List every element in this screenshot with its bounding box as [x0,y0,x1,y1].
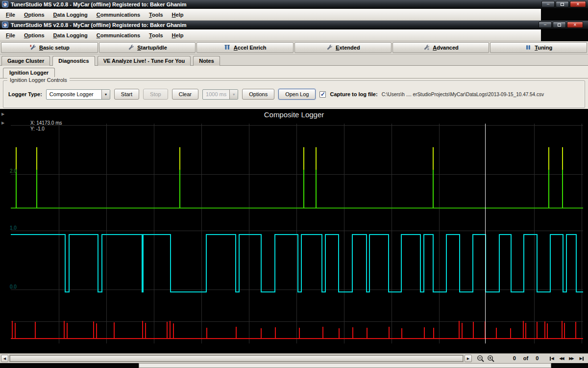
menu-help[interactable]: Help [168,30,188,40]
cursor-readout: X: 14173.0 ms Y: -1.0 [30,120,62,132]
chart-bottom-bar: ◀ ▶ 0 of 0 ◀ ◀◀ [0,353,588,363]
capture-label: Capture to log file: [330,91,377,97]
titlebar-inner: TunerStudio MS v2.0.8 - MyCar (offline) … [0,21,588,29]
playback-controls: ◀ ◀◀ ▶▶ ▶ [547,355,586,362]
app-icon [2,22,8,28]
window-title: TunerStudio MS v2.0.8 - MyCar (offline) … [11,1,187,7]
skip-end-button[interactable]: ▶ [577,355,586,362]
menu-tools[interactable]: Tools [145,30,168,40]
menubar-inner-row: File Options Data Logging Communications… [0,29,588,41]
wrench-icon [127,44,134,51]
basic-setup-button[interactable]: Basic setup [1,42,98,53]
zoom-in-button[interactable] [487,354,495,363]
scroll-up-icon[interactable]: ▶ [1,112,4,116]
accel-enrich-button[interactable]: Accel Enrich [196,42,294,53]
minimize-button[interactable]: – [541,1,555,7]
close-button[interactable]: × [567,22,583,28]
scroll-down-icon[interactable]: ▶ [1,121,4,125]
group-title: Ignition Logger Controls [7,77,70,83]
menu-data-logging[interactable]: Data Logging [49,10,92,20]
wrench-icon [326,44,333,51]
start-button[interactable]: Start [114,89,139,100]
chevron-down-icon[interactable]: ▼ [101,90,110,99]
menu-tools[interactable]: Tools [145,10,168,20]
counter-position: 0 [513,355,516,361]
zoom-out-button[interactable] [476,354,485,363]
options-button[interactable]: Options [242,89,274,100]
menu-data-logging[interactable]: Data Logging [49,30,92,40]
wrench-icon [423,44,430,51]
extended-button[interactable]: Extended [294,42,392,53]
main-toolbar: Basic setup Startup/idle Accel Enrich Ex… [0,41,588,54]
skip-start-button[interactable]: ◀ [547,355,557,362]
ignition-logger-controls-group: Ignition Logger Controls Logger Type: Co… [3,80,585,108]
chevron-down-icon: ▼ [229,90,238,99]
menubar-outer: File Options Data Logging Communications… [0,9,541,21]
composite-logger-chart[interactable]: 2.01.00.0 Composite Logger X: 14173.0 ms… [0,109,588,353]
menu-help[interactable]: Help [168,10,188,20]
menu-options[interactable]: Options [20,30,49,40]
tab-ignition-logger[interactable]: Ignition Logger [3,68,55,78]
maximize-button[interactable] [553,22,566,28]
counter-of-label: of [523,355,528,361]
background-window-strip [0,363,588,368]
advanced-button[interactable]: Advanced [392,42,490,53]
frame-counter: 0 of 0 [504,355,548,361]
window-title: TunerStudio MS v2.0.8 - MyCar (offline) … [11,22,187,28]
logger-type-combobox[interactable]: Composite Logger ▼ [46,89,110,100]
background-window-edge [139,363,551,368]
tuning-button[interactable]: Tuning [490,42,587,53]
magnifier-minus-icon [477,355,485,363]
chart-title: Composite Logger [0,110,588,119]
cursor-y-value: Y: -1.0 [30,126,62,132]
capture-path: C:\Users\h .... erStudioProjects\MyCar\D… [382,92,544,97]
chart-scrollbar-track[interactable] [9,355,464,362]
menu-communications[interactable]: Communications [92,10,145,20]
interval-value: 1000 ms [203,90,229,99]
tab-notes[interactable]: Notes [193,56,220,66]
close-button[interactable]: × [570,1,586,7]
svg-text:0.0: 0.0 [10,284,17,289]
fast-forward-button[interactable]: ▶▶ [567,355,576,362]
svg-text:1.0: 1.0 [10,225,17,231]
menu-file[interactable]: File [1,10,20,20]
startup-idle-button[interactable]: Startup/idle [99,42,196,53]
cursor-x-value: X: 14173.0 ms [30,120,62,126]
menubar-inner: File Options Data Logging Communications… [0,29,541,41]
menu-options[interactable]: Options [20,10,49,20]
menu-file[interactable]: File [1,30,20,40]
main-tabstrip: Gauge Cluster Diagnostics VE Analyze Liv… [0,54,588,66]
open-log-button[interactable]: Open Log [278,89,316,100]
tunerstudio-window: TunerStudio MS v2.0.8 - MyCar (offline) … [0,0,588,368]
interval-combobox: 1000 ms ▼ [202,89,238,100]
sub-tabstrip: Ignition Logger [0,68,588,79]
titlebar-outer: TunerStudio MS v2.0.8 - MyCar (offline) … [0,0,588,9]
menu-communications[interactable]: Communications [92,30,145,40]
stop-button: Stop [143,89,168,100]
tab-diagnostics[interactable]: Diagnostics [52,56,95,67]
clear-button[interactable]: Clear [172,89,198,100]
magnifier-plus-icon [487,355,495,363]
app-icon [2,1,8,7]
minimize-button[interactable]: – [539,22,552,28]
tab-gauge-cluster[interactable]: Gauge Cluster [1,56,50,66]
pump-icon [224,44,231,51]
tab-ve-analyze[interactable]: VE Analyze Live! - Tune For You [98,56,191,66]
logger-controls-row: Logger Type: Composite Logger ▼ Start St… [8,89,544,100]
scroll-right-button[interactable]: ▶ [465,355,472,362]
logger-type-label: Logger Type: [8,91,42,97]
scroll-left-button[interactable]: ◀ [1,355,8,362]
chart-canvas[interactable]: 2.01.00.0 [0,109,588,353]
piston-icon [525,44,532,51]
capture-checkbox[interactable] [319,91,326,98]
svg-text:2.0: 2.0 [10,168,17,174]
gauge-wrench-icon [29,44,36,51]
counter-total: 0 [536,355,539,361]
rewind-button[interactable]: ◀◀ [557,355,566,362]
chart-vertical-scrollbar[interactable]: ▶ ▶ [0,109,7,353]
logger-type-value: Composite Logger [47,90,101,99]
menubar-outer-row: File Options Data Logging Communications… [0,9,588,21]
maximize-button[interactable] [556,1,569,7]
chart-scrollbar-thumb[interactable] [10,355,463,362]
